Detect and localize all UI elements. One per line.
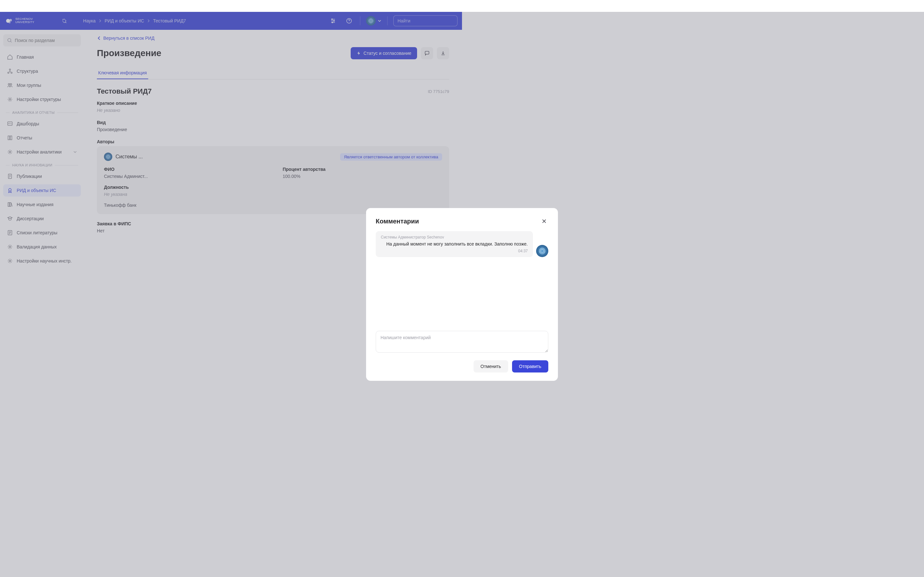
comment-author: Системы Администратор Sechenov — [381, 235, 462, 239]
comment-item: Системы Администратор Sechenov На данный… — [376, 231, 462, 257]
modal-title: Комментарии — [376, 218, 419, 225]
comment-time: 04:37 — [381, 249, 462, 253]
comments-modal: Комментарии Системы Администратор Sechen… — [366, 208, 462, 288]
modal-overlay[interactable]: Комментарии Системы Администратор Sechen… — [0, 12, 462, 288]
comment-text: На данный момент не могу заполнить все в… — [381, 241, 462, 247]
